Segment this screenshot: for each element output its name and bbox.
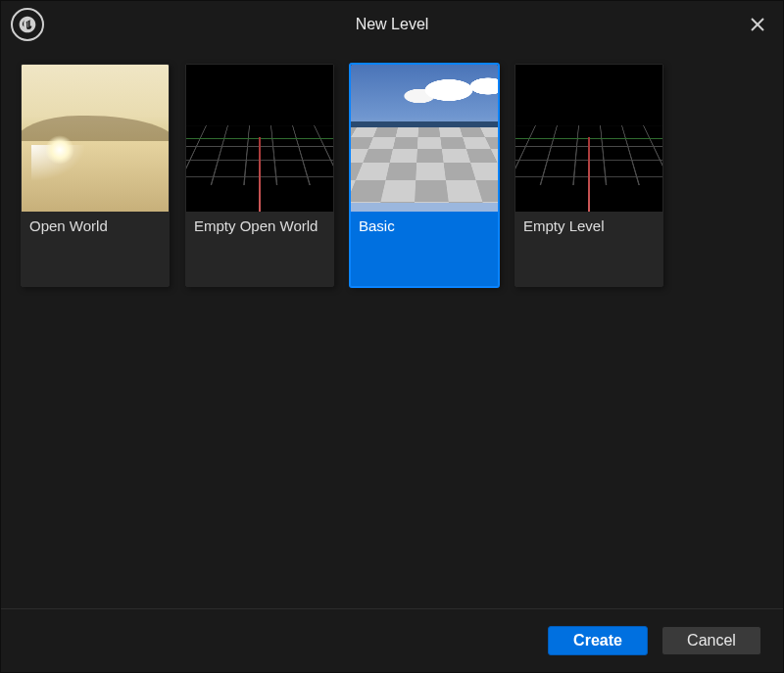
template-card-empty-level[interactable]: Empty Level — [514, 64, 663, 287]
button-bar: Create Cancel — [1, 609, 783, 672]
titlebar: New Level — [1, 1, 783, 48]
template-label: Basic — [351, 212, 498, 240]
new-level-dialog: New Level Open WorldEmpty Open WorldBasi… — [0, 0, 784, 673]
create-button[interactable]: Create — [548, 626, 648, 655]
template-label: Empty Level — [515, 212, 662, 240]
unreal-logo-icon — [11, 8, 44, 41]
close-icon — [750, 17, 765, 32]
template-card-empty-open-world[interactable]: Empty Open World — [185, 64, 334, 287]
template-card-basic[interactable]: Basic — [350, 64, 499, 287]
template-label: Open World — [22, 212, 169, 240]
template-label: Empty Open World — [186, 212, 333, 240]
window-title: New Level — [1, 16, 783, 33]
template-thumbnail — [22, 65, 169, 212]
template-grid: Open WorldEmpty Open WorldBasicEmpty Lev… — [21, 64, 763, 287]
cancel-button[interactable]: Cancel — [662, 626, 761, 655]
template-thumbnail — [351, 65, 498, 212]
template-card-open-world[interactable]: Open World — [21, 64, 170, 287]
cancel-button-label: Cancel — [687, 632, 736, 649]
content-area: Open WorldEmpty Open WorldBasicEmpty Lev… — [1, 48, 783, 608]
create-button-label: Create — [573, 632, 622, 649]
close-button[interactable] — [742, 9, 773, 40]
template-thumbnail — [515, 65, 662, 212]
template-thumbnail — [186, 65, 333, 212]
